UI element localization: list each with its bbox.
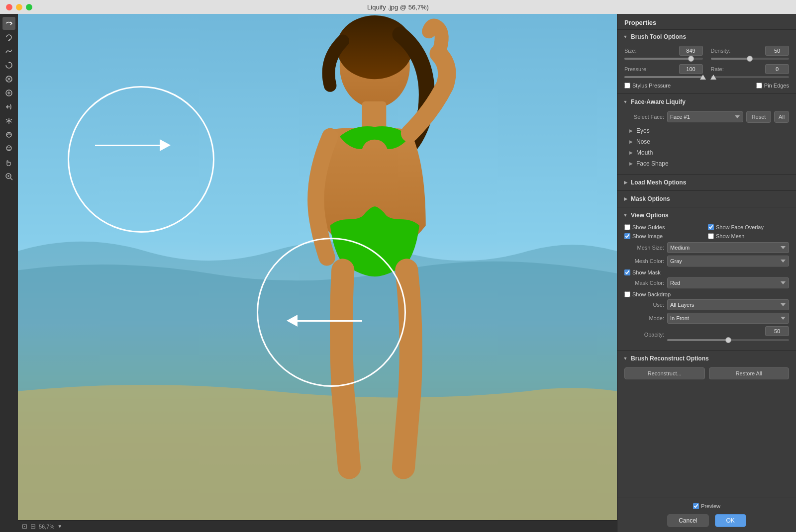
pressure-slider-group: Pressure: xyxy=(624,64,703,80)
maximize-button[interactable] xyxy=(26,4,32,10)
main-area: ⊡ ⊟ 56,7% ▼ Properties ▼ Brush Tool Opti… xyxy=(0,14,796,532)
pressure-input[interactable] xyxy=(679,64,703,74)
mask-color-dropdown[interactable]: Red xyxy=(667,277,789,288)
size-slider-thumb[interactable] xyxy=(688,56,694,62)
section-brush-reconstruct[interactable]: ▼ Brush Reconstruct Options xyxy=(617,352,796,365)
tool-face[interactable] xyxy=(2,142,15,155)
footer-buttons: Cancel OK xyxy=(624,514,789,527)
tool-reconstruct[interactable] xyxy=(2,31,15,44)
section-load-mesh-options[interactable]: ▶ Load Mesh Options xyxy=(617,176,796,189)
show-backdrop-checkbox[interactable] xyxy=(624,291,630,297)
size-slider-track[interactable] xyxy=(624,58,703,60)
size-input[interactable] xyxy=(679,46,703,56)
opacity-slider-track[interactable] xyxy=(667,339,789,341)
mask-options-arrow-icon: ▶ xyxy=(622,196,628,202)
status-bar: ⊡ ⊟ 56,7% ▼ xyxy=(18,520,617,532)
pressure-slider-thumb[interactable] xyxy=(700,75,706,80)
select-face-dropdown[interactable]: Face #1 xyxy=(667,111,743,122)
status-icon-1: ⊡ xyxy=(22,523,27,530)
density-label: Density: xyxy=(711,48,731,54)
rate-input[interactable] xyxy=(765,64,789,74)
density-slider-thumb[interactable] xyxy=(747,56,753,62)
section-mask-options[interactable]: ▶ Mask Options xyxy=(617,192,796,206)
reconstruct-button[interactable]: Reconstruct... xyxy=(624,367,705,379)
pressure-label: Pressure: xyxy=(624,66,648,72)
stylus-pressure-checkbox-label[interactable]: Stylus Pressure xyxy=(624,83,671,89)
size-slider-group: Size: xyxy=(624,46,703,61)
tool-hand[interactable] xyxy=(2,156,15,169)
tool-forward-warp[interactable] xyxy=(2,17,15,30)
pressure-slider-track[interactable] xyxy=(624,76,703,78)
opacity-input[interactable] xyxy=(765,326,789,336)
canvas-container[interactable] xyxy=(18,14,617,520)
mode-row: Mode: In Front xyxy=(624,313,789,324)
show-image-checkbox[interactable] xyxy=(624,233,630,239)
show-face-overlay-label[interactable]: Show Face Overlay xyxy=(708,224,789,230)
face-aware-content: Select Face: Face #1 Reset All ▶ Eyes ▶ … xyxy=(617,109,796,173)
tool-thaw-mask[interactable] xyxy=(2,128,15,141)
tool-twirl-clockwise[interactable] xyxy=(2,59,15,72)
preview-row: Preview xyxy=(624,503,789,509)
all-button[interactable]: All xyxy=(774,111,789,123)
show-backdrop-label[interactable]: Show Backdrop xyxy=(624,291,789,297)
divider-2 xyxy=(617,174,796,175)
close-button[interactable] xyxy=(6,4,12,10)
mode-dropdown[interactable]: In Front xyxy=(667,313,789,324)
minimize-button[interactable] xyxy=(16,4,22,10)
pin-edges-checkbox-label[interactable]: Pin Edges xyxy=(756,83,789,89)
show-image-label[interactable]: Show Image xyxy=(624,233,705,239)
show-mask-checkbox[interactable] xyxy=(624,269,630,275)
show-mask-row: Show Mask xyxy=(624,269,789,275)
status-icon-2: ⊟ xyxy=(30,523,36,530)
stylus-pressure-checkbox[interactable] xyxy=(624,83,630,89)
mouth-arrow-icon: ▶ xyxy=(627,149,634,156)
zoom-dropdown-arrow[interactable]: ▼ xyxy=(57,524,62,529)
section-view-options[interactable]: ▼ View Options xyxy=(617,208,796,222)
svg-point-2 xyxy=(6,132,11,137)
use-dropdown[interactable]: All Layers xyxy=(667,299,789,310)
section-face-aware-liquify[interactable]: ▼ Face-Aware Liquify xyxy=(617,95,796,109)
view-options-content: Show Guides Show Face Overlay Show Image xyxy=(617,222,796,349)
mesh-size-dropdown[interactable]: Medium xyxy=(667,242,789,253)
nose-arrow-icon: ▶ xyxy=(627,138,634,145)
density-input[interactable] xyxy=(765,46,789,56)
mesh-color-dropdown[interactable]: Gray xyxy=(667,256,789,266)
brush-tool-content: Size: Density: xyxy=(617,44,796,92)
show-mask-label[interactable]: Show Mask xyxy=(624,269,789,275)
section-brush-tool-options[interactable]: ▼ Brush Tool Options xyxy=(617,30,796,44)
opacity-slider-thumb[interactable] xyxy=(725,337,731,343)
cancel-button[interactable]: Cancel xyxy=(667,514,708,527)
select-face-row: Select Face: Face #1 Reset All xyxy=(624,111,789,123)
tool-zoom[interactable] xyxy=(2,170,15,183)
opacity-slider-container xyxy=(667,326,789,343)
ok-button[interactable]: OK xyxy=(715,514,746,527)
tool-freeze-mask[interactable] xyxy=(2,114,15,127)
tool-push-left[interactable] xyxy=(2,100,15,113)
preview-checkbox-label[interactable]: Preview xyxy=(693,503,720,509)
pin-edges-checkbox[interactable] xyxy=(756,83,762,89)
brush-reconstruct-label: Brush Reconstruct Options xyxy=(631,355,709,362)
show-face-overlay-checkbox[interactable] xyxy=(708,224,714,230)
canvas-area[interactable]: ⊡ ⊟ 56,7% ▼ xyxy=(18,14,617,532)
mesh-size-row: Mesh Size: Medium xyxy=(624,242,789,253)
eyes-tree-item[interactable]: ▶ Eyes xyxy=(624,125,789,136)
restore-all-button[interactable]: Restore All xyxy=(709,367,790,379)
rate-slider-track[interactable] xyxy=(711,76,790,78)
show-mesh-checkbox[interactable] xyxy=(708,233,714,239)
mouth-tree-item[interactable]: ▶ Mouth xyxy=(624,147,789,158)
tool-bloat[interactable] xyxy=(2,87,15,99)
density-slider-track[interactable] xyxy=(711,58,790,60)
tool-smooth[interactable] xyxy=(2,45,15,58)
show-guides-checkbox[interactable] xyxy=(624,224,630,230)
tool-pucker[interactable] xyxy=(2,73,15,86)
reset-button[interactable]: Reset xyxy=(746,111,771,123)
face-aware-arrow-icon: ▼ xyxy=(622,99,628,105)
show-mesh-label[interactable]: Show Mesh xyxy=(708,233,789,239)
density-slider-fill xyxy=(711,58,750,60)
face-shape-tree-item[interactable]: ▶ Face Shape xyxy=(624,158,789,169)
brush-checkboxes-row: Stylus Pressure Pin Edges xyxy=(624,83,789,89)
nose-tree-item[interactable]: ▶ Nose xyxy=(624,136,789,147)
preview-checkbox[interactable] xyxy=(693,503,699,509)
rate-slider-thumb[interactable] xyxy=(710,75,716,80)
show-guides-label[interactable]: Show Guides xyxy=(624,224,705,230)
